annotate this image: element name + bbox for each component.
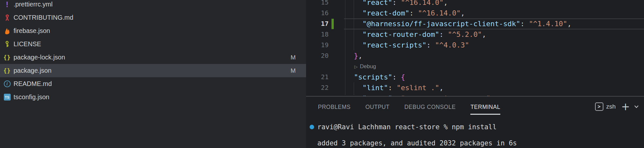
code-token: "react" xyxy=(362,0,392,6)
code-token: , xyxy=(567,20,572,28)
code-token xyxy=(431,41,435,49)
code-token: , xyxy=(482,30,486,38)
new-terminal-button[interactable]: + xyxy=(621,102,630,111)
code-token: { xyxy=(401,73,405,81)
file-name: package.json xyxy=(14,67,52,74)
code-token: : xyxy=(388,84,392,92)
file-name: README.md xyxy=(14,80,52,88)
code-token: "^4.0.3" xyxy=(435,41,469,49)
line-number: 22 xyxy=(306,82,329,93)
flame-icon xyxy=(3,26,12,36)
file-row[interactable]: {}package-lock.jsonM xyxy=(0,51,306,64)
code-line-text: "@harnessio/ff-javascript-client-sdk": "… xyxy=(345,18,572,29)
code-line[interactable]: 17 "@harnessio/ff-javascript-client-sdk"… xyxy=(306,18,644,29)
code-line[interactable]: 21 "scripts": { xyxy=(306,72,644,82)
code-token: } xyxy=(354,52,358,60)
git-modified-badge: M xyxy=(289,67,298,74)
codelens-label: Debug xyxy=(360,63,376,69)
file-name: LICENSE xyxy=(14,40,41,48)
file-name: .prettierrc.yml xyxy=(14,1,53,8)
prettier-icon: ! xyxy=(3,0,12,9)
code-token xyxy=(414,9,418,17)
code-token: "eslint ." xyxy=(397,84,439,92)
code-line-text: "react-router-dom": "^5.2.0", xyxy=(345,29,486,40)
panel-tab-problems[interactable]: PROBLEMS xyxy=(318,104,351,115)
code-token xyxy=(345,52,354,60)
code-line-text: "react": "^16.14.0", xyxy=(345,0,448,8)
panel-tab-debug-console[interactable]: DEBUG CONSOLE xyxy=(404,104,456,115)
code-token xyxy=(345,20,362,28)
line-number: 18 xyxy=(306,29,329,40)
info-icon: i xyxy=(3,79,12,89)
panel-tab-output[interactable]: OUTPUT xyxy=(365,104,389,115)
file-name: tsconfig.json xyxy=(14,93,49,101)
code-line[interactable]: 18 "react-router-dom": "^5.2.0", xyxy=(306,29,644,40)
file-name: package-lock.json xyxy=(14,54,65,61)
code-token: "@harnessio/ff-javascript-client-sdk" xyxy=(362,20,520,28)
code-token: : xyxy=(427,41,431,49)
line-number: 16 xyxy=(306,8,329,18)
json-glyph: {} xyxy=(4,68,11,74)
key-icon xyxy=(3,40,12,49)
chevron-down-icon[interactable] xyxy=(634,105,639,108)
code-token: "scripts" xyxy=(354,73,392,81)
file-row[interactable]: LICENSE xyxy=(0,37,306,51)
code-line[interactable]: 22 "lint": "eslint .", xyxy=(306,82,644,93)
line-number: 20 xyxy=(306,50,329,61)
editor-area[interactable]: 15 "react": "^16.14.0",16 "react-dom": "… xyxy=(306,0,644,96)
code-line-text: }, xyxy=(345,50,362,61)
code-token: , xyxy=(439,84,443,92)
code-token: "react-router-dom" xyxy=(362,30,439,38)
shell-selector[interactable]: > zsh xyxy=(595,102,616,111)
line-number: 15 xyxy=(306,0,329,8)
code-token xyxy=(392,84,397,92)
line-number: 17 xyxy=(306,18,329,29)
code-token: "^16.14.0" xyxy=(418,9,460,17)
panel-tab-bar: PROBLEMSOUTPUTDEBUG CONSOLETERMINAL xyxy=(318,104,500,115)
code-token: "react-dom" xyxy=(362,9,409,17)
code-token: , xyxy=(461,9,465,17)
code-token: , xyxy=(444,0,448,6)
code-token xyxy=(345,30,362,38)
code-token: : xyxy=(392,0,397,6)
panel-controls: > zsh + xyxy=(595,102,639,111)
explorer-sidebar: !.prettierrc.ymlCONTRIBUTING.mdfirebase.… xyxy=(0,0,306,148)
file-row[interactable]: firebase.json xyxy=(0,24,306,37)
line-number: 21 xyxy=(306,72,329,82)
code-token: "^5.2.0" xyxy=(448,30,482,38)
file-row[interactable]: CONTRIBUTING.md xyxy=(0,11,306,24)
code-line[interactable]: 23 "start": "react-scripts start", xyxy=(306,93,644,96)
file-row[interactable]: !.prettierrc.yml xyxy=(0,0,306,11)
json-icon: {} xyxy=(3,53,12,62)
code-token: : xyxy=(520,20,524,28)
code-token: : xyxy=(409,9,414,17)
code-token: : xyxy=(439,30,443,38)
file-row[interactable]: {}package.jsonM xyxy=(0,64,306,77)
code-token xyxy=(345,73,354,81)
code-token xyxy=(444,30,448,38)
file-row[interactable]: iREADME.md xyxy=(0,77,306,90)
debug-codelens[interactable]: ▷Debug xyxy=(354,61,376,72)
file-row[interactable]: TStsconfig.json xyxy=(0,90,306,104)
command-decoration-icon[interactable] xyxy=(310,125,314,129)
code-token: : xyxy=(392,73,397,81)
code-line[interactable]: 20 }, xyxy=(306,50,644,61)
code-token: "^16.14.0" xyxy=(401,0,443,6)
code-token xyxy=(397,0,401,6)
code-line[interactable]: 15 "react": "^16.14.0", xyxy=(306,0,644,8)
vscode-window: !.prettierrc.ymlCONTRIBUTING.mdfirebase.… xyxy=(0,0,644,148)
ts-icon: TS xyxy=(3,93,12,102)
code-line[interactable]: 16 "react-dom": "^16.14.0", xyxy=(306,8,644,18)
code-line-text: "scripts": { xyxy=(345,72,405,82)
terminal-line: added 3 packages, and audited 2032 packa… xyxy=(317,139,517,147)
code-line-text: "react-scripts": "^4.0.3" xyxy=(345,40,469,50)
code-token xyxy=(345,0,362,6)
code-token xyxy=(345,84,362,92)
code-line-text: "start": "react-scripts start", xyxy=(345,93,495,96)
bottom-panel: PROBLEMSOUTPUTDEBUG CONSOLETERMINAL > zs… xyxy=(306,96,644,148)
code-line-text: "lint": "eslint .", xyxy=(345,82,444,93)
file-name: CONTRIBUTING.md xyxy=(14,14,73,21)
code-line[interactable]: 19 "react-scripts": "^4.0.3" xyxy=(306,40,644,50)
code-token xyxy=(524,20,529,28)
panel-tab-terminal[interactable]: TERMINAL xyxy=(470,104,500,115)
